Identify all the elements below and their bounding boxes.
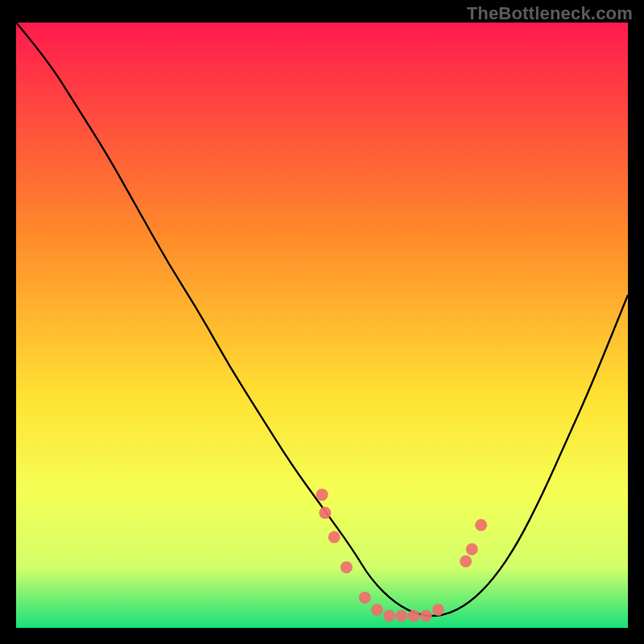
data-point [371,604,383,616]
data-point [408,610,420,622]
data-point [359,592,371,604]
data-point [475,519,487,531]
data-point [328,531,341,543]
gradient-background [16,23,628,628]
data-point [316,489,328,501]
watermark-text: TheBottleneck.com [467,3,633,24]
data-point [460,555,472,568]
data-point [420,610,432,622]
data-point [466,543,478,555]
data-point [432,604,444,616]
data-point [383,610,395,622]
data-point [341,561,353,573]
chart-svg [16,23,628,628]
data-point [319,507,331,519]
chart-stage: TheBottleneck.com [0,0,644,644]
data-point [395,610,407,622]
plot-frame [16,23,628,628]
